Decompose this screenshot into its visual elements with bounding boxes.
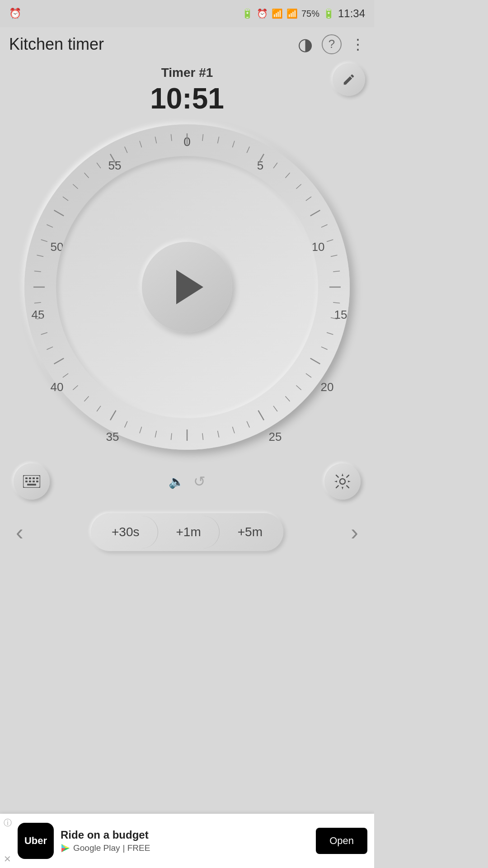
svg-line-38 bbox=[247, 421, 249, 428]
svg-line-31 bbox=[321, 347, 328, 349]
svg-line-59 bbox=[37, 255, 43, 256]
play-button[interactable] bbox=[142, 242, 232, 332]
svg-line-20 bbox=[296, 184, 301, 189]
svg-line-15 bbox=[232, 141, 235, 147]
svg-line-13 bbox=[202, 134, 203, 141]
svg-line-23 bbox=[321, 225, 328, 227]
svg-line-63 bbox=[63, 197, 68, 201]
svg-line-32 bbox=[310, 359, 320, 364]
replay-icon[interactable]: ↺ bbox=[193, 473, 206, 490]
svg-rect-75 bbox=[25, 477, 28, 479]
svg-line-40 bbox=[218, 431, 219, 438]
svg-text:15: 15 bbox=[334, 308, 347, 321]
status-time: 11:34 bbox=[338, 7, 365, 20]
svg-line-36 bbox=[273, 406, 277, 411]
alarm-icon: ⏰ bbox=[9, 8, 21, 19]
battery-save-icon: 🔋 bbox=[242, 8, 253, 19]
svg-line-69 bbox=[140, 141, 142, 147]
quick-5m-button[interactable]: +5m bbox=[220, 516, 281, 548]
header-icons: ◑ ? ⋮ bbox=[298, 34, 365, 54]
svg-line-70 bbox=[155, 137, 156, 143]
svg-line-41 bbox=[202, 433, 203, 440]
svg-line-52 bbox=[54, 359, 64, 364]
ad-price: | FREE bbox=[123, 843, 150, 853]
svg-line-68 bbox=[125, 146, 127, 153]
sound-icon[interactable]: 🔈 bbox=[169, 474, 184, 489]
dial-container[interactable]: // This won't run in SVG context, using … bbox=[24, 124, 350, 450]
svg-line-48 bbox=[97, 406, 101, 411]
ad-subtitle: Google Play | FREE bbox=[61, 843, 309, 853]
svg-line-56 bbox=[34, 302, 41, 303]
svg-rect-78 bbox=[36, 477, 38, 479]
quick-1m-button[interactable]: +1m bbox=[158, 516, 220, 548]
svg-line-62 bbox=[54, 210, 64, 216]
svg-line-24 bbox=[327, 240, 333, 242]
svg-text:40: 40 bbox=[51, 380, 64, 394]
dial-inner[interactable] bbox=[56, 156, 318, 418]
app-title: Kitchen timer bbox=[9, 35, 104, 54]
svg-line-53 bbox=[47, 347, 53, 349]
keyboard-button[interactable] bbox=[14, 463, 50, 500]
quick-time-row: ‹ +30s +1m +5m › bbox=[0, 509, 374, 560]
nav-left-button[interactable]: ‹ bbox=[9, 514, 30, 550]
svg-line-58 bbox=[34, 271, 41, 272]
svg-line-71 bbox=[171, 134, 172, 141]
keyboard-icon bbox=[23, 475, 40, 488]
svg-line-25 bbox=[331, 255, 338, 256]
ad-banner: ⓘ ✕ Uber Ride on a budget Google Play | … bbox=[0, 814, 374, 868]
dark-mode-icon[interactable]: ◑ bbox=[298, 34, 313, 54]
battery-percent: 75% bbox=[301, 9, 319, 19]
quick-30s-button[interactable]: +30s bbox=[94, 516, 158, 548]
ad-open-button[interactable]: Open bbox=[316, 828, 367, 854]
svg-line-30 bbox=[327, 332, 333, 335]
svg-text:30: 30 bbox=[190, 448, 203, 450]
svg-rect-81 bbox=[33, 481, 35, 482]
svg-line-18 bbox=[273, 163, 277, 168]
ad-info-icon[interactable]: ⓘ bbox=[4, 817, 12, 828]
play-icon bbox=[176, 270, 203, 304]
svg-line-44 bbox=[155, 431, 156, 438]
svg-rect-82 bbox=[36, 481, 38, 482]
more-menu-icon[interactable]: ⋮ bbox=[351, 36, 365, 53]
edit-timer-button[interactable] bbox=[333, 63, 365, 96]
timer-display: 10:51 bbox=[150, 82, 224, 115]
dial-outer[interactable]: // This won't run in SVG context, using … bbox=[24, 124, 350, 450]
svg-rect-76 bbox=[29, 477, 31, 479]
wifi-icon: 📶 bbox=[272, 8, 283, 19]
svg-line-39 bbox=[232, 427, 235, 433]
help-button[interactable]: ? bbox=[322, 34, 342, 54]
ad-close-button[interactable]: ✕ bbox=[4, 854, 11, 864]
svg-line-33 bbox=[306, 373, 311, 377]
svg-text:25: 25 bbox=[269, 430, 282, 443]
svg-line-45 bbox=[140, 427, 142, 433]
svg-text:20: 20 bbox=[321, 380, 334, 394]
svg-rect-77 bbox=[33, 477, 35, 479]
status-right: 🔋 ⏰ 📶 📶 75% 🔋 11:34 bbox=[242, 7, 365, 20]
app-header: Kitchen timer ◑ ? ⋮ bbox=[0, 27, 374, 61]
battery-icon: 🔋 bbox=[323, 8, 334, 19]
svg-rect-80 bbox=[29, 481, 31, 482]
svg-line-28 bbox=[333, 302, 340, 303]
status-bar: ⏰ 🔋 ⏰ 📶 📶 75% 🔋 11:34 bbox=[0, 0, 374, 27]
svg-line-61 bbox=[47, 225, 53, 227]
svg-line-60 bbox=[41, 240, 47, 242]
timer-section: Timer #1 10:51 // This won't run in SVG … bbox=[0, 61, 374, 450]
ad-title: Ride on a budget bbox=[61, 829, 309, 841]
settings-button[interactable] bbox=[324, 463, 361, 500]
pencil-icon bbox=[342, 73, 356, 86]
svg-line-54 bbox=[41, 332, 47, 335]
svg-line-34 bbox=[296, 385, 301, 390]
svg-line-47 bbox=[110, 410, 116, 420]
alarm-active-icon: ⏰ bbox=[257, 8, 268, 19]
svg-line-37 bbox=[258, 410, 264, 420]
svg-line-22 bbox=[310, 210, 320, 216]
svg-text:10: 10 bbox=[312, 240, 325, 254]
nav-right-button[interactable]: › bbox=[344, 514, 365, 550]
svg-line-19 bbox=[285, 173, 290, 178]
svg-line-65 bbox=[84, 173, 89, 178]
svg-text:35: 35 bbox=[106, 430, 119, 443]
svg-rect-79 bbox=[25, 481, 28, 482]
signal-icon: 📶 bbox=[286, 8, 298, 19]
svg-line-64 bbox=[73, 184, 78, 189]
svg-line-35 bbox=[285, 396, 290, 401]
